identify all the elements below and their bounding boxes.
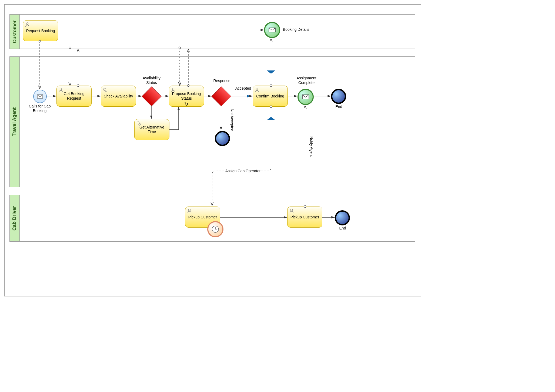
envelope-icon bbox=[37, 94, 43, 99]
svg-point-5 bbox=[105, 90, 107, 92]
task-label: Confirm Booking bbox=[256, 94, 284, 99]
lane-label-cab-driver: Cab Driver bbox=[10, 195, 20, 241]
label-accepted: Accepted bbox=[235, 86, 250, 91]
svg-point-0 bbox=[26, 23, 28, 25]
event-booking-details bbox=[264, 22, 280, 38]
lane-customer: Customer bbox=[9, 14, 415, 49]
lane-label-customer: Customer bbox=[10, 15, 20, 49]
user-icon bbox=[289, 208, 294, 213]
label-notify-agent: Notify Agent bbox=[309, 136, 314, 157]
task-request-booking: Request Booking bbox=[23, 20, 58, 41]
user-icon bbox=[255, 87, 259, 92]
label-end-agent: End bbox=[332, 104, 346, 109]
event-end-driver bbox=[335, 210, 350, 225]
user-icon bbox=[58, 87, 63, 92]
user-icon bbox=[171, 87, 176, 92]
task-label: Get Alternative Time bbox=[136, 125, 168, 134]
task-confirm-booking: Confirm Booking bbox=[253, 86, 288, 107]
task-get-alternative-time: Get Alternative Time bbox=[134, 119, 169, 140]
task-get-booking-request: Get Booking Request bbox=[56, 86, 92, 107]
event-end-not-accepted bbox=[215, 131, 230, 146]
task-pickup-customer-2: Pickup Customer bbox=[287, 207, 322, 228]
gear-icon bbox=[103, 87, 108, 92]
timer-icon bbox=[207, 221, 223, 237]
clock-icon bbox=[211, 225, 219, 233]
svg-point-8 bbox=[139, 123, 141, 125]
task-label: Pickup Customer bbox=[188, 215, 217, 219]
user-icon bbox=[25, 22, 30, 27]
label-assignment-complete: Assignment Complete bbox=[292, 76, 321, 85]
bpmn-diagram: Customer Travel Agent Cab Driver Request… bbox=[4, 4, 421, 296]
label-calls-for-cab-booking: Calls for Cab Booking bbox=[26, 104, 53, 113]
loop-icon: ↻ bbox=[184, 102, 188, 107]
task-check-availability: Check Availability bbox=[101, 86, 136, 107]
user-icon bbox=[187, 208, 192, 213]
lane-travel-agent: Travel Agent bbox=[9, 56, 415, 187]
svg-point-11 bbox=[188, 209, 190, 211]
task-propose-booking-status: Propose Booking Status ↻ bbox=[169, 86, 204, 107]
gear-icon bbox=[136, 121, 141, 126]
event-end-agent bbox=[331, 89, 346, 104]
label-assign-cab-operator: Assign Cab Operator bbox=[224, 169, 262, 173]
label-response: Response bbox=[211, 79, 233, 83]
task-label: Request Booking bbox=[26, 29, 55, 33]
event-calls-for-cab-booking bbox=[33, 90, 47, 103]
lane-label-travel-agent: Travel Agent bbox=[10, 57, 20, 187]
svg-point-15 bbox=[290, 209, 292, 211]
task-label: Get Booking Request bbox=[58, 92, 90, 101]
svg-point-9 bbox=[256, 88, 258, 90]
svg-point-3 bbox=[60, 88, 62, 90]
label-availability-status: Availability Status bbox=[138, 76, 165, 85]
event-assignment-complete bbox=[297, 89, 314, 105]
envelope-icon bbox=[269, 28, 276, 32]
label-not-accepted: Not Accepted bbox=[230, 109, 234, 131]
svg-point-6 bbox=[172, 88, 174, 90]
task-label: Pickup Customer bbox=[290, 215, 319, 219]
envelope-icon bbox=[302, 94, 309, 99]
label-end-driver: End bbox=[336, 226, 349, 231]
task-label: Check Availability bbox=[104, 94, 133, 99]
task-label: Propose Booking Status bbox=[170, 92, 203, 101]
label-booking-details: Booking Details bbox=[283, 27, 321, 32]
